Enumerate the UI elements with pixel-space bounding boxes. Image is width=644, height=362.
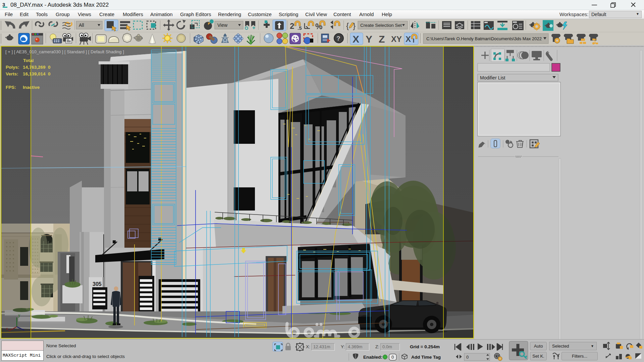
svg-text:.5: .5: [298, 25, 302, 31]
svg-text:%: %: [315, 22, 322, 31]
svg-text:X: X: [353, 34, 359, 45]
svg-text:2: 2: [290, 21, 294, 31]
svg-text:0: 0: [466, 355, 469, 360]
svg-text:0: 0: [391, 355, 394, 360]
svg-text:{: {: [346, 21, 349, 30]
svg-text:3: 3: [2, 2, 5, 7]
svg-text:X: X: [406, 35, 411, 44]
svg-text:305: 305: [93, 281, 102, 287]
svg-text:Modifier List: Modifier List: [480, 75, 505, 80]
svg-text:All: All: [79, 22, 84, 28]
svg-text:XY: XY: [391, 35, 402, 44]
svg-text:?: ?: [336, 35, 340, 42]
svg-text:}: }: [353, 21, 356, 30]
svg-text:Create Selection Set: Create Selection Set: [360, 23, 402, 28]
svg-text:Z: Z: [379, 34, 385, 45]
svg-text:Y: Y: [366, 34, 372, 45]
svg-text:View: View: [217, 22, 228, 28]
svg-text:C:\Users\Tarek O.Hendy Batman\: C:\Users\Tarek O.Hendy Batman\Documents\…: [426, 36, 542, 41]
